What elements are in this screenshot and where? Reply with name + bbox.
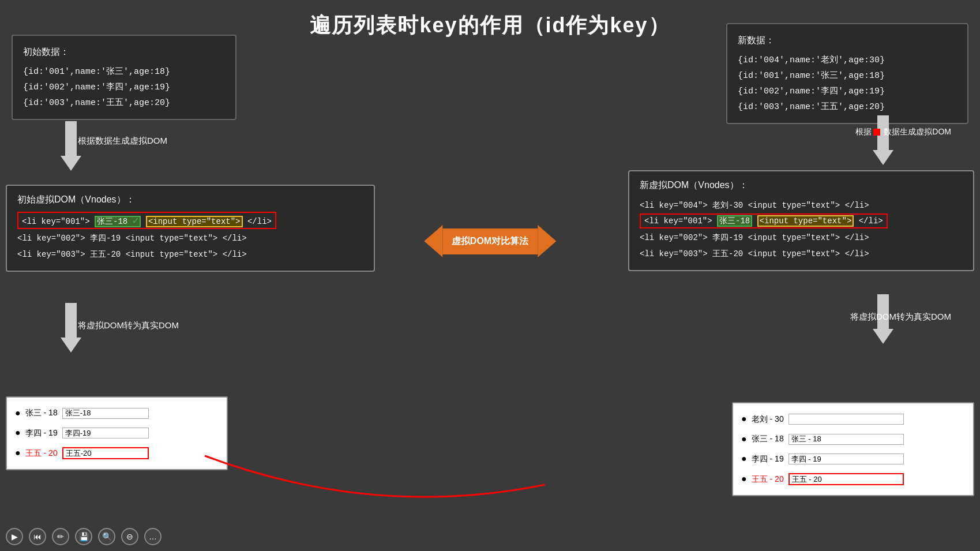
left-real-input-1[interactable] (62, 408, 149, 419)
left-vdom-row-002: <li key="002"> 李四-19 <input type="text">… (17, 230, 363, 246)
right-real-input-4[interactable] (788, 473, 904, 485)
compare-algorithm: 虚拟DOM对比算法 (424, 225, 556, 257)
bullet-3: ● (15, 445, 21, 462)
left-row-001-prefix: <li key="001"> (22, 217, 95, 226)
right-real-input-3[interactable] (788, 453, 904, 464)
left-real-input-3[interactable] (62, 447, 149, 459)
left-vdom-row-003: <li key="003"> 王五-20 <input type="text">… (17, 246, 363, 263)
arrow-head (61, 156, 81, 171)
prev-button[interactable]: ⏮ (29, 528, 46, 545)
right-real-text-1: 老刘 - 30 (752, 412, 784, 426)
right-vdom-row-002: <li key="002"> 李四-19 <input type="text">… (640, 230, 963, 246)
initial-data-box: 初始数据： {id:'001',name:'张三',age:18} {id:'0… (12, 35, 236, 120)
right-real-input-1[interactable] (788, 414, 904, 425)
search-button[interactable]: 🔍 (98, 528, 115, 545)
arrow-head-2 (61, 338, 81, 353)
right-row-001-input: <input type="text"> (757, 215, 854, 227)
right-real-dom-label: 将虚拟DOM转为真实DOM (850, 312, 951, 323)
right-real-row-2: ● 张三 - 18 (741, 429, 965, 449)
more-button[interactable]: … (144, 528, 162, 545)
bullet-r3: ● (741, 451, 747, 467)
initial-data-line-1: {id:'001',name:'张三',age:18} (23, 64, 225, 80)
new-data-line-2: {id:'001',name:'张三',age:18} (738, 68, 957, 84)
right-arrow-label: 根据 数据生成虚拟DOM (855, 127, 951, 137)
right-real-row-1: ● 老刘 - 30 (741, 409, 965, 429)
right-real-input-2[interactable] (788, 434, 904, 445)
right-real-text-2: 张三 - 18 (752, 432, 784, 446)
right-vdom-row-003: <li key="003"> 王五-20 <input type="text">… (640, 246, 963, 262)
right-arrow-label2-text: 数据生成虚拟DOM (884, 127, 951, 136)
right-row-001-prefix: <li key="001"> (644, 216, 717, 226)
right-vdom-title: 新虚拟DOM（Vnodes）： (640, 179, 963, 192)
left-vdom-title: 初始虚拟DOM（Vnodes）： (17, 194, 363, 206)
left-real-row-1: ● 张三 - 18 (15, 403, 219, 423)
bullet-r1: ● (741, 411, 747, 428)
compare-right-arrow (538, 225, 556, 257)
initial-data-label: 初始数据： (23, 44, 225, 61)
new-data-box: 新数据： {id:'004',name:'老刘',age:30} {id:'00… (726, 23, 968, 124)
left-real-text-2: 李四 - 19 (25, 426, 58, 440)
right-arrow-label-text: 根据 (855, 127, 872, 136)
left-row-001-input: <input type="text"> (146, 216, 243, 227)
bullet-r2: ● (741, 431, 747, 448)
right-real-row-4: ● 王五 - 20 (741, 469, 965, 489)
left-real-row-2: ● 李四 - 19 (15, 423, 219, 443)
right-vdom-row-004: <li key="004"> 老刘-30 <input type="text">… (640, 197, 963, 213)
new-data-label-text: 新数据： (738, 35, 775, 45)
red-square-icon (873, 129, 880, 136)
new-data-label: 新数据： (738, 32, 957, 49)
compare-left-arrow (424, 225, 442, 257)
bullet-r4: ● (741, 471, 747, 488)
left-row-001-name: 张三-18 ✓ (95, 216, 141, 227)
bottom-toolbar: ▶ ⏮ ✏ 💾 🔍 ⊖ … (0, 528, 980, 545)
left-real-row-3: ● 王五 - 20 (15, 443, 219, 463)
left-vdom-box: 初始虚拟DOM（Vnodes）： <li key="001"> 张三-18 ✓ … (6, 185, 375, 272)
left-real-text-1: 张三 - 18 (25, 406, 58, 420)
new-data-line-3: {id:'002',name:'李四',age:19} (738, 84, 957, 99)
right-real-text-4: 王五 - 20 (752, 472, 784, 486)
right-vdom-box: 新虚拟DOM（Vnodes）： <li key="004"> 老刘-30 <in… (628, 170, 974, 271)
left-real-input-2[interactable] (62, 428, 149, 438)
left-real-dom-label: 将虚拟DOM转为真实DOM (78, 320, 179, 331)
left-real-dom-box: ● 张三 - 18 ● 李四 - 19 ● 王五 - 20 (6, 396, 228, 470)
right-real-dom-box: ● 老刘 - 30 ● 张三 - 18 ● 李四 - 19 ● 王五 - 20 (732, 402, 974, 496)
minus-button[interactable]: ⊖ (121, 528, 138, 545)
right-down-arrow-1 (873, 115, 893, 165)
compare-arrows-container: 虚拟DOM对比算法 (424, 225, 556, 257)
new-data-line-1: {id:'004',name:'老刘',age:30} (738, 53, 957, 68)
arrow-head-r2 (873, 329, 893, 344)
right-real-row-3: ● 李四 - 19 (741, 449, 965, 469)
edit-button[interactable]: ✏ (52, 528, 69, 545)
right-row-001-name: 张三-18 (717, 215, 752, 227)
initial-data-line-2: {id:'002',name:'李四',age:19} (23, 80, 225, 95)
compare-label-box: 虚拟DOM对比算法 (442, 228, 538, 254)
right-vdom-row-001: <li key="001"> 张三-18 <input type="text">… (640, 213, 888, 228)
bullet-1: ● (15, 405, 21, 422)
arrow-head-r (873, 150, 893, 165)
bullet-2: ● (15, 425, 21, 441)
arrow-shaft (65, 121, 77, 156)
initial-data-line-3: {id:'003',name:'王五',age:20} (23, 95, 225, 111)
play-button[interactable]: ▶ (6, 528, 23, 545)
save-button[interactable]: 💾 (75, 528, 92, 545)
new-data-line-4: {id:'003',name:'王五',age:20} (738, 99, 957, 115)
left-arrow-label: 根据数据生成虚拟DOM (78, 136, 167, 147)
arrow-shaft-2 (65, 303, 77, 338)
left-real-text-3: 王五 - 20 (25, 446, 58, 460)
right-real-text-3: 李四 - 19 (752, 452, 784, 466)
left-vdom-row-001: <li key="001"> 张三-18 ✓ <input type="text… (17, 212, 276, 229)
